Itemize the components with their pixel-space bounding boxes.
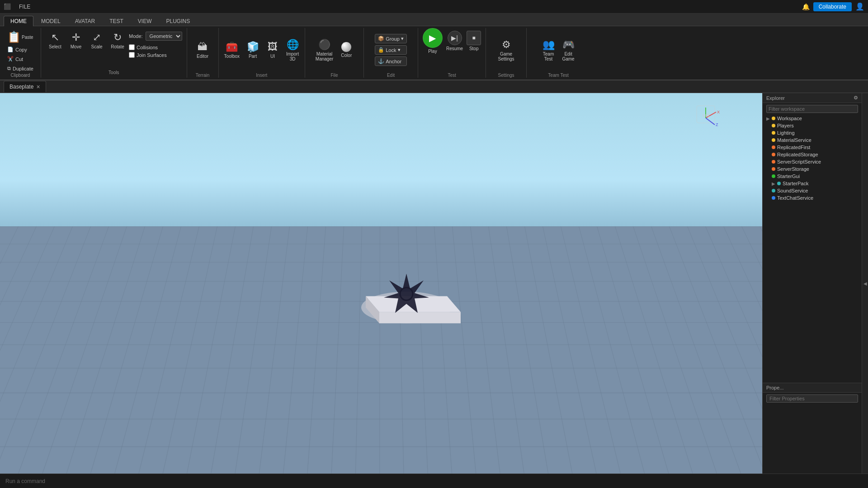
svg-text:X: X: [717, 110, 720, 114]
close-tab-button[interactable]: ×: [36, 83, 40, 90]
explorer-item-replicatedfirst[interactable]: ReplicatedFirst: [763, 144, 862, 151]
properties-section: Prope...: [763, 383, 862, 474]
group-button[interactable]: 📦 Group ▾: [375, 34, 407, 43]
3d-object: [343, 233, 470, 334]
file-section-label: File: [330, 73, 338, 78]
explorer-filter-icon[interactable]: ⚙: [854, 95, 858, 101]
sky: [0, 93, 762, 238]
explorer-item-serverstorage[interactable]: ServerStorage: [763, 165, 862, 173]
dot-lighting: [772, 131, 775, 135]
edit-section-label: Edit: [387, 73, 395, 78]
notification-icon[interactable]: 🔔: [802, 3, 810, 10]
join-surfaces-row: Join Surfaces: [129, 52, 182, 58]
explorer-item-textchatservice[interactable]: TextChatService: [763, 194, 862, 202]
soundservice-label: SoundService: [777, 188, 808, 193]
edit-game-button[interactable]: 🎮 EditGame: [559, 37, 578, 63]
command-bar: Run a command: [0, 474, 868, 488]
panel-scroll-arrow[interactable]: ◀: [862, 93, 868, 474]
file-menu[interactable]: FILE: [16, 3, 33, 11]
team-test-button[interactable]: 👥 TeamTest: [539, 37, 558, 63]
edit-section: 📦 Group ▾ 🔒 Lock ▾ ⚓ Anchor Edit: [364, 28, 418, 78]
dot-serverstorage: [772, 167, 775, 171]
stop-button[interactable]: ■: [467, 31, 481, 45]
join-surfaces-checkbox[interactable]: [129, 52, 135, 58]
paste-button[interactable]: 📋 Paste: [5, 30, 36, 44]
explorer-filter-row: [763, 103, 862, 115]
tools-section: ↖ Select ✛ Move ⤢ Scale ↻ Rotate Mode: G…: [41, 28, 187, 78]
viewport[interactable]: X Z Left: [0, 93, 762, 474]
dot-starterpack: [777, 182, 781, 185]
copy-icon: 📄: [7, 47, 14, 52]
ui-button[interactable]: 🖼 UI: [263, 39, 282, 61]
resume-button[interactable]: ▶|: [448, 31, 462, 45]
dot-sound: [772, 189, 775, 192]
game-settings-button[interactable]: ⚙ GameSettings: [495, 37, 517, 63]
properties-header: Prope...: [763, 383, 862, 393]
explorer-item-replicatedstorage[interactable]: ReplicatedStorage: [763, 151, 862, 158]
part-button[interactable]: 🧊 Part: [243, 39, 262, 61]
expand-arrow-workspace: ▶: [766, 116, 770, 121]
explorer-item-startergui[interactable]: StarterGui: [763, 173, 862, 180]
cut-label: Cut: [15, 56, 23, 62]
insert-section-label: Insert: [256, 73, 267, 78]
team-test-icon: 👥: [542, 39, 555, 51]
file-btns: ⚫ MaterialManager Color: [313, 28, 356, 72]
copy-button[interactable]: 📄 Copy: [5, 45, 36, 54]
tab-model[interactable]: MODEL: [34, 16, 67, 26]
terrain-editor-button[interactable]: 🏔 Editor: [193, 39, 212, 61]
collisions-checkbox[interactable]: [129, 44, 135, 50]
tab-test[interactable]: TEST: [103, 16, 130, 26]
baseplate-tab[interactable]: Baseplate ×: [4, 81, 46, 92]
tab-home[interactable]: HOME: [4, 16, 33, 26]
explorer-filter-input[interactable]: [766, 105, 858, 113]
lock-button[interactable]: 🔒 Lock ▾: [375, 45, 407, 55]
mode-select[interactable]: Geometric: [146, 32, 182, 41]
anchor-button[interactable]: ⚓ Anchor: [375, 56, 407, 66]
explorer-item-lighting[interactable]: Lighting: [763, 129, 862, 136]
paste-label: Paste: [22, 35, 33, 40]
duplicate-icon: ⧉: [7, 66, 11, 71]
right-panel: Explorer ⚙ ▶ Workspace Players: [762, 93, 862, 474]
terrain-section: 🏔 Editor Terrain: [187, 28, 219, 78]
tab-avatar[interactable]: AVATAR: [68, 16, 102, 26]
stop-label: Stop: [469, 46, 479, 51]
properties-filter-input[interactable]: [766, 394, 858, 403]
main-area: X Z Left Explorer ⚙ ▶: [0, 93, 868, 474]
explorer-section: Explorer ⚙ ▶ Workspace Players: [763, 93, 862, 383]
properties-filter: [763, 393, 862, 404]
select-button[interactable]: ↖ Select: [46, 30, 65, 51]
import3d-button[interactable]: 🌐 Import3D: [283, 37, 302, 63]
app-icon: ⬛: [4, 3, 11, 10]
rotate-button[interactable]: ↻ Rotate: [108, 30, 127, 51]
explorer-item-soundservice[interactable]: SoundService: [763, 187, 862, 194]
tab-view[interactable]: VIEW: [131, 16, 159, 26]
move-icon: ✛: [72, 32, 80, 43]
tab-plugins[interactable]: PLUGINS: [159, 16, 197, 26]
explorer-item-materialservice[interactable]: MaterialService: [763, 136, 862, 144]
play-button[interactable]: ▶: [423, 28, 443, 48]
material-label: MaterialService: [777, 137, 811, 143]
move-button[interactable]: ✛ Move: [66, 30, 85, 51]
duplicate-button[interactable]: ⧉ Duplicate: [5, 64, 36, 73]
titlebar: ⬛ FILE 🔔 Collaborate 👤: [0, 0, 868, 14]
explorer-item-starterpack[interactable]: ▶ StarterPack: [763, 180, 862, 187]
collaborate-button[interactable]: Collaborate: [813, 2, 852, 11]
lock-icon: 🔒: [378, 47, 384, 53]
textchat-label: TextChatService: [777, 195, 813, 201]
cut-button[interactable]: ✂️ Cut: [5, 55, 36, 63]
toolbox-button[interactable]: 🧰 Toolbox: [222, 39, 242, 61]
terrain-icon: 🏔: [198, 41, 208, 53]
color-button[interactable]: Color: [337, 40, 356, 60]
insert-btns: 🧰 Toolbox 🧊 Part 🖼 UI 🌐 Import3D: [222, 28, 302, 72]
material-manager-icon: ⚫: [318, 39, 330, 51]
explorer-item-players[interactable]: Players: [763, 122, 862, 129]
explorer-item-serverscriptservice[interactable]: ServerScriptService: [763, 158, 862, 165]
user-icon[interactable]: 👤: [855, 2, 864, 11]
collisions-row: Collisions: [129, 44, 182, 50]
baseplate-tab-label: Baseplate: [9, 84, 33, 90]
scale-button[interactable]: ⤢ Scale: [87, 30, 106, 51]
explorer-item-workspace[interactable]: ▶ Workspace: [763, 115, 862, 122]
anchor-icon: ⚓: [378, 58, 384, 64]
material-manager-button[interactable]: ⚫ MaterialManager: [313, 37, 336, 63]
ui-icon: 🖼: [268, 41, 278, 53]
